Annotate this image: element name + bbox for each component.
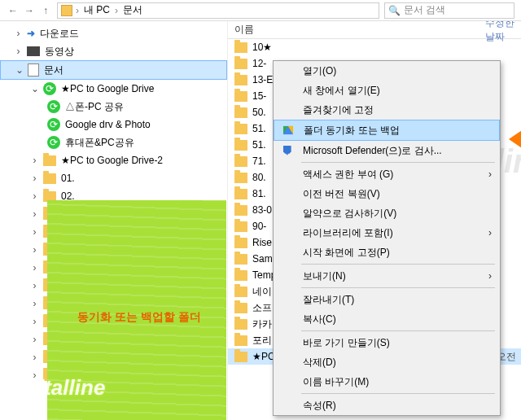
- ctx-access[interactable]: 액세스 권한 부여 (G)›: [274, 164, 500, 184]
- folder-icon: [234, 173, 247, 183]
- chevron-right-icon[interactable]: ›: [31, 298, 38, 309]
- folder-icon: [234, 42, 247, 53]
- chevron-right-icon[interactable]: ›: [31, 316, 38, 327]
- breadcrumb-item[interactable]: 내 PC: [79, 3, 115, 17]
- folder-icon: [234, 59, 247, 69]
- folder-icon: [234, 303, 247, 313]
- ctx-cut[interactable]: 잘라내기(T): [274, 290, 500, 309]
- folder-icon: [234, 287, 247, 297]
- label: 네이: [252, 285, 272, 299]
- chevron-right-icon[interactable]: ›: [31, 173, 38, 184]
- chevron-down-icon[interactable]: ⌄: [31, 83, 38, 94]
- separator: [301, 393, 495, 394]
- nav-up-icon[interactable]: ↑: [39, 4, 52, 17]
- ctx-send[interactable]: 보내기(N)›: [274, 266, 500, 286]
- tree-item[interactable]: ›01.: [0, 169, 227, 187]
- sync-icon: ⟳: [47, 136, 60, 149]
- label: Google drv & Photo: [65, 119, 151, 130]
- folder-icon: [234, 91, 247, 102]
- folder-icon: [43, 155, 56, 166]
- tree-item[interactable]: ⟳ △폰-PC 공유: [0, 98, 227, 116]
- tree-item[interactable]: ⌄ ⟳ ★PC to Google Drive: [0, 80, 227, 98]
- ctx-open[interactable]: 열기(O): [274, 61, 500, 81]
- chevron-right-icon[interactable]: ›: [31, 226, 38, 238]
- label: 50.: [252, 107, 266, 118]
- label: 81.: [252, 188, 266, 199]
- label: 80.: [252, 172, 266, 183]
- chevron-right-icon[interactable]: ›: [31, 352, 38, 363]
- tree-item[interactable]: ⟳ Google drv & Photo: [0, 116, 227, 133]
- chevron-right-icon[interactable]: ›: [31, 190, 38, 202]
- tree-item-videos[interactable]: › 동영상: [0, 42, 227, 60]
- label: 51.: [252, 139, 266, 151]
- label: 소프: [252, 301, 272, 315]
- label: 13-E: [252, 74, 273, 85]
- tree-item[interactable]: ⟳ 휴대폰&PC공유: [0, 133, 227, 151]
- ctx-google-sync[interactable]: 폴더 동기화 또는 백업: [274, 120, 500, 141]
- chevron-right-icon[interactable]: ›: [31, 155, 38, 166]
- ctx-library[interactable]: 라이브러리에 포함(I)›: [274, 223, 500, 243]
- chevron-down-icon[interactable]: ⌄: [15, 64, 23, 76]
- download-icon: ➜: [27, 28, 35, 39]
- folder-icon: [234, 156, 247, 167]
- chevron-right-icon[interactable]: ›: [15, 46, 22, 57]
- nav-back-icon[interactable]: ←: [7, 4, 20, 17]
- ctx-pin-start[interactable]: 시작 화면에 고정(P): [274, 243, 500, 262]
- address-toolbar: ← → ↑ › 내 PC › 문서 🔍 문서 검색: [0, 0, 521, 21]
- tree-item[interactable]: › ★PC to Google Drive-2: [0, 151, 227, 169]
- annotation-arrow-left: [509, 127, 521, 151]
- breadcrumb-item[interactable]: 문서: [118, 3, 147, 17]
- search-input[interactable]: 🔍 문서 검색: [384, 2, 514, 19]
- tree-item-downloads[interactable]: › ➜ 다운로드: [0, 24, 227, 42]
- chevron-right-icon[interactable]: ›: [31, 280, 38, 291]
- label: Rise: [252, 237, 272, 248]
- ctx-restore[interactable]: 이전 버전 복원(V): [274, 184, 500, 203]
- folder-icon: [234, 140, 247, 151]
- separator: [301, 162, 495, 163]
- sync-icon: ⟳: [47, 100, 60, 113]
- ctx-pin-fav[interactable]: 즐겨찾기에 고정: [274, 100, 500, 120]
- nav-tree: › ➜ 다운로드 › 동영상 ⌄ 문서 ⌄ ⟳ ★PC to Google Dr…: [0, 21, 228, 420]
- chevron-right-icon: ›: [488, 227, 492, 238]
- ctx-copy[interactable]: 복사(C): [274, 309, 500, 329]
- video-icon: [27, 46, 40, 56]
- list-item[interactable]: 10★: [228, 39, 521, 55]
- sync-icon: ⟳: [43, 82, 56, 95]
- folder-icon: [43, 173, 56, 184]
- separator: [301, 264, 495, 265]
- tree-item-documents[interactable]: ⌄ 문서: [0, 60, 227, 80]
- document-icon: [28, 63, 39, 77]
- ctx-defender[interactable]: ⛊ Microsoft Defender(으)로 검사...: [274, 141, 500, 160]
- chevron-right-icon[interactable]: ›: [31, 208, 38, 220]
- chevron-right-icon[interactable]: ›: [31, 262, 38, 273]
- label: 10★: [252, 42, 272, 53]
- ctx-open-new[interactable]: 새 창에서 열기(E): [274, 81, 500, 100]
- chevron-right-icon[interactable]: ›: [31, 334, 38, 345]
- folder-icon: [234, 124, 247, 134]
- breadcrumb[interactable]: › 내 PC › 문서: [57, 2, 379, 19]
- label: 51.: [252, 123, 266, 134]
- ctx-alyac[interactable]: 알약으로 검사하기(V): [274, 203, 500, 223]
- ctx-props[interactable]: 속성(R): [274, 396, 500, 415]
- folder-icon: [234, 205, 247, 216]
- label: ★PC to Google Drive: [61, 83, 154, 94]
- folder-icon: [234, 189, 247, 199]
- folder-icon: [61, 5, 72, 16]
- label: ★PC to Google Drive-2: [61, 155, 163, 166]
- chevron-right-icon[interactable]: ›: [15, 28, 22, 39]
- label: 01.: [61, 173, 75, 184]
- file-list-pane: 이름 수정한 날짜 10★12-13-E15-50.51. 51. 71. 80…: [228, 21, 521, 420]
- label: 90-: [252, 221, 266, 232]
- shield-icon: ⛊: [280, 143, 295, 158]
- nav-controls: ← → ↑: [7, 4, 52, 17]
- chevron-right-icon[interactable]: ›: [31, 244, 38, 256]
- separator: [301, 330, 495, 331]
- col-date[interactable]: 수정한 날짜: [485, 21, 521, 44]
- ctx-rename[interactable]: 이름 바꾸기(M): [274, 372, 500, 392]
- col-name[interactable]: 이름: [234, 23, 347, 37]
- ctx-delete[interactable]: 삭제(D): [274, 352, 500, 372]
- nav-fwd-icon[interactable]: →: [23, 4, 36, 17]
- label: 포리: [252, 334, 272, 348]
- ctx-shortcut[interactable]: 바로 가기 만들기(S): [274, 333, 500, 352]
- folder-icon: [234, 221, 247, 232]
